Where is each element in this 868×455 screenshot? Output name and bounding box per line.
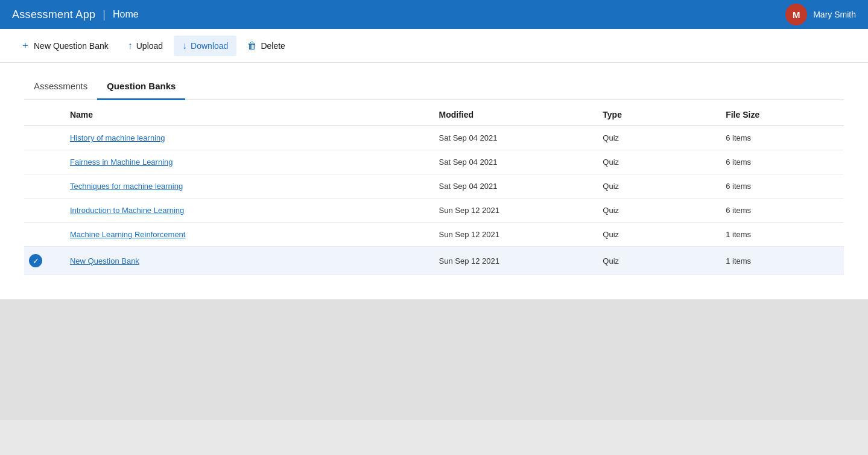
row-type: Quiz <box>598 150 721 174</box>
user-name: Mary Smith <box>813 10 856 19</box>
row-check-col <box>24 174 65 199</box>
row-type: Quiz <box>598 247 721 275</box>
row-name-link[interactable]: History of machine learning <box>70 133 165 142</box>
row-name-link[interactable]: Fairness in Machine Learning <box>70 158 173 167</box>
plus-icon: ＋ <box>21 39 30 52</box>
table-header-row: Name Modified Type File Size <box>24 100 844 126</box>
row-check-col <box>24 223 65 247</box>
row-name-link[interactable]: Introduction to Machine Learning <box>70 206 184 215</box>
home-link[interactable]: Home <box>113 9 139 20</box>
row-name-link[interactable]: Machine Learning Reinforcement <box>70 230 186 239</box>
table-row[interactable]: Introduction to Machine LearningSun Sep … <box>24 199 844 223</box>
row-name-link[interactable]: Techniques for machine learning <box>70 182 183 191</box>
row-name[interactable]: New Question Bank <box>65 247 434 275</box>
table-row[interactable]: ✓New Question BankSun Sep 12 2021Quiz1 i… <box>24 247 844 275</box>
tab-bar: Assessments Question Banks <box>24 63 844 100</box>
app-title: Assessment App <box>12 8 95 21</box>
row-type: Quiz <box>598 223 721 247</box>
upload-icon: ↑ <box>128 40 133 51</box>
download-button[interactable]: ↓ Download <box>174 36 236 56</box>
row-type: Quiz <box>598 174 721 199</box>
main-content: Assessments Question Banks <box>0 63 868 100</box>
row-check-col: ✓ <box>24 247 65 275</box>
table-row[interactable]: Techniques for machine learningSat Sep 0… <box>24 174 844 199</box>
row-type: Quiz <box>598 126 721 150</box>
row-modified: Sat Sep 04 2021 <box>434 174 598 199</box>
table-row[interactable]: History of machine learningSat Sep 04 20… <box>24 126 844 150</box>
col-modified: Modified <box>434 100 598 126</box>
app-header: Assessment App | Home M Mary Smith <box>0 0 868 29</box>
col-check <box>24 100 65 126</box>
check-icon: ✓ <box>29 254 42 267</box>
download-label: Download <box>191 41 228 51</box>
tab-assessments[interactable]: Assessments <box>24 75 97 100</box>
row-modified: Sun Sep 12 2021 <box>434 223 598 247</box>
row-check-col <box>24 126 65 150</box>
new-question-bank-button[interactable]: ＋ New Question Bank <box>12 34 117 57</box>
header-divider: | <box>103 8 106 21</box>
row-check-col <box>24 199 65 223</box>
row-modified: Sun Sep 12 2021 <box>434 247 598 275</box>
row-name[interactable]: History of machine learning <box>65 126 434 150</box>
question-banks-table: Name Modified Type File Size History of … <box>24 100 844 275</box>
row-filesize: 6 items <box>721 199 844 223</box>
row-modified: Sat Sep 04 2021 <box>434 126 598 150</box>
row-name-link[interactable]: New Question Bank <box>70 256 139 266</box>
delete-button[interactable]: 🗑 Delete <box>239 36 293 56</box>
row-name[interactable]: Fairness in Machine Learning <box>65 150 434 174</box>
download-icon: ↓ <box>182 40 187 51</box>
row-name[interactable]: Techniques for machine learning <box>65 174 434 199</box>
row-modified: Sun Sep 12 2021 <box>434 199 598 223</box>
upload-button[interactable]: ↑ Upload <box>119 36 171 56</box>
row-filesize: 1 items <box>721 247 844 275</box>
col-filesize: File Size <box>721 100 844 126</box>
row-name[interactable]: Machine Learning Reinforcement <box>65 223 434 247</box>
tab-question-banks[interactable]: Question Banks <box>97 75 185 100</box>
avatar: M <box>785 4 807 25</box>
row-modified: Sat Sep 04 2021 <box>434 150 598 174</box>
col-type: Type <box>598 100 721 126</box>
col-name: Name <box>65 100 434 126</box>
row-filesize: 1 items <box>721 223 844 247</box>
row-type: Quiz <box>598 199 721 223</box>
row-filesize: 6 items <box>721 150 844 174</box>
table-row[interactable]: Fairness in Machine LearningSat Sep 04 2… <box>24 150 844 174</box>
row-filesize: 6 items <box>721 174 844 199</box>
table-row[interactable]: Machine Learning ReinforcementSun Sep 12… <box>24 223 844 247</box>
new-question-bank-label: New Question Bank <box>34 41 109 51</box>
delete-label: Delete <box>261 41 285 51</box>
upload-label: Upload <box>136 41 163 51</box>
gray-area <box>0 299 868 420</box>
row-check-col <box>24 150 65 174</box>
row-filesize: 6 items <box>721 126 844 150</box>
row-name[interactable]: Introduction to Machine Learning <box>65 199 434 223</box>
trash-icon: 🗑 <box>247 40 257 51</box>
table-container: Name Modified Type File Size History of … <box>0 100 868 299</box>
toolbar: ＋ New Question Bank ↑ Upload ↓ Download … <box>0 29 868 63</box>
